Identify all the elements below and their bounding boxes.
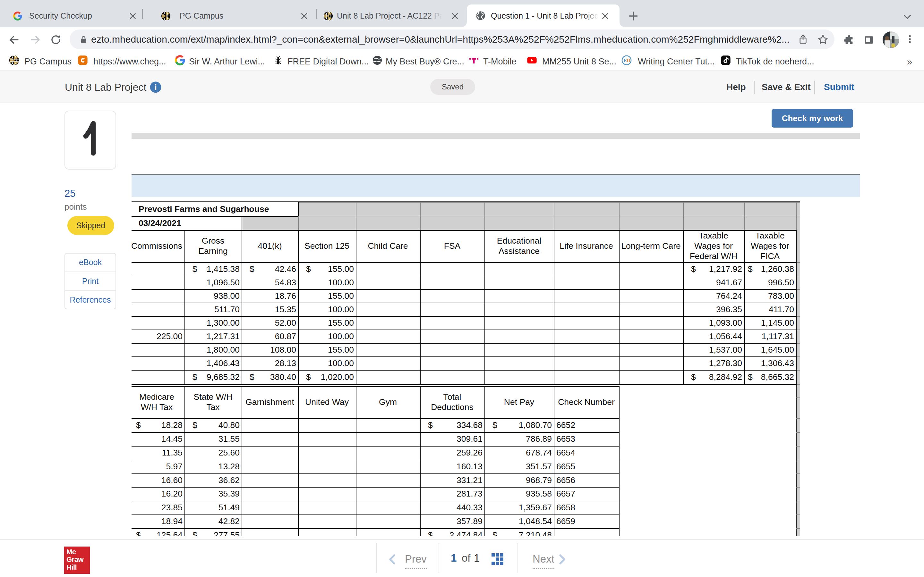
svg-text:D: D xyxy=(627,58,630,63)
